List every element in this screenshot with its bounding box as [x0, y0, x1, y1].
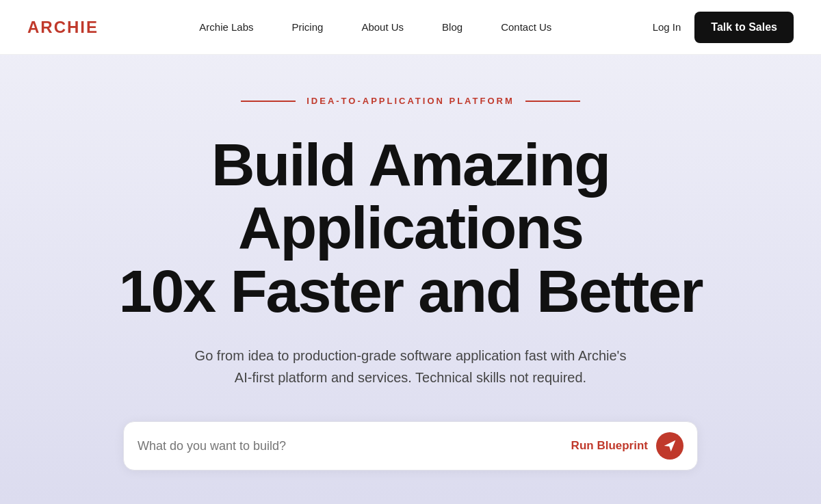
- nav-item-archie-labs[interactable]: Archie Labs: [180, 21, 272, 33]
- build-input-container: Run Blueprint: [123, 421, 698, 470]
- main-nav: Archie Labs Pricing About Us Blog Contac…: [180, 21, 571, 33]
- run-blueprint-button[interactable]: Run Blueprint: [571, 432, 683, 460]
- logo[interactable]: ARCHIE: [27, 18, 99, 37]
- site-header: ARCHIE Archie Labs Pricing About Us Blog…: [0, 0, 821, 55]
- log-in-button[interactable]: Log In: [653, 21, 681, 33]
- nav-item-blog[interactable]: Blog: [423, 21, 482, 33]
- nav-item-contact-us[interactable]: Contact Us: [482, 21, 571, 33]
- tagline-text: IDEA-TO-APPLICATION PLATFORM: [307, 96, 514, 106]
- tagline-container: IDEA-TO-APPLICATION PLATFORM: [241, 96, 580, 106]
- hero-section: IDEA-TO-APPLICATION PLATFORM Build Amazi…: [0, 55, 821, 498]
- header-right: Log In Talk to Sales: [653, 12, 794, 43]
- nav-item-about-us[interactable]: About Us: [342, 21, 423, 33]
- nav-item-pricing[interactable]: Pricing: [273, 21, 343, 33]
- tagline-line-right: [525, 101, 580, 102]
- hero-title-line1: Build Amazing: [211, 131, 610, 198]
- tagline-line-left: [241, 101, 296, 102]
- run-blueprint-icon: [656, 432, 683, 460]
- build-input[interactable]: [138, 439, 571, 453]
- hero-title-line3: 10x Faster and Better: [118, 257, 702, 325]
- hero-subtitle: Go from idea to production-grade softwar…: [195, 345, 627, 388]
- run-blueprint-label: Run Blueprint: [571, 439, 648, 453]
- talk-to-sales-button[interactable]: Talk to Sales: [694, 12, 794, 43]
- hero-title-line2: Applications: [238, 194, 583, 261]
- hero-title: Build Amazing Applications 10x Faster an…: [118, 133, 702, 323]
